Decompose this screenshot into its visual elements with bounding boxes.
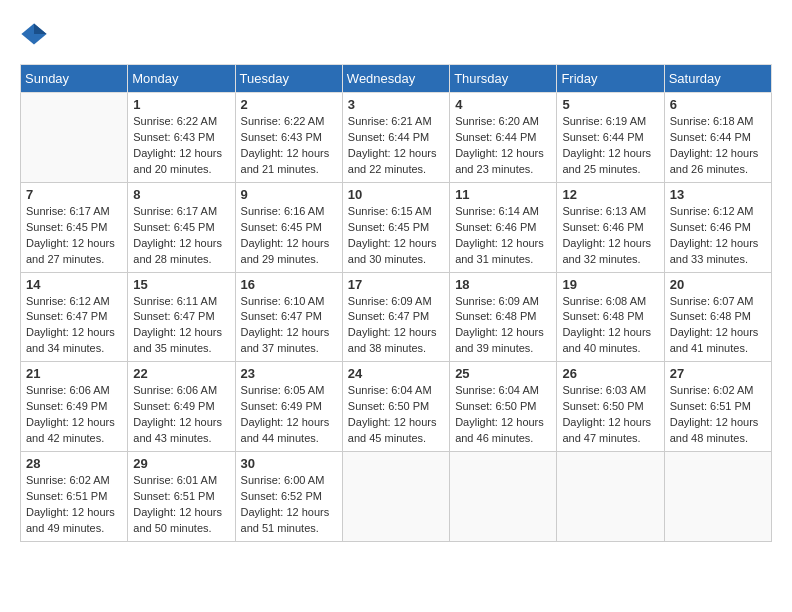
calendar-week-row: 1Sunrise: 6:22 AM Sunset: 6:43 PM Daylig… xyxy=(21,93,772,183)
calendar-cell: 10Sunrise: 6:15 AM Sunset: 6:45 PM Dayli… xyxy=(342,182,449,272)
calendar-cell: 3Sunrise: 6:21 AM Sunset: 6:44 PM Daylig… xyxy=(342,93,449,183)
day-number: 8 xyxy=(133,187,229,202)
day-info: Sunrise: 6:04 AM Sunset: 6:50 PM Dayligh… xyxy=(455,383,551,447)
day-number: 19 xyxy=(562,277,658,292)
day-number: 17 xyxy=(348,277,444,292)
day-number: 13 xyxy=(670,187,766,202)
day-number: 14 xyxy=(26,277,122,292)
day-info: Sunrise: 6:06 AM Sunset: 6:49 PM Dayligh… xyxy=(26,383,122,447)
calendar-cell: 20Sunrise: 6:07 AM Sunset: 6:48 PM Dayli… xyxy=(664,272,771,362)
day-number: 3 xyxy=(348,97,444,112)
calendar-cell: 26Sunrise: 6:03 AM Sunset: 6:50 PM Dayli… xyxy=(557,362,664,452)
day-number: 9 xyxy=(241,187,337,202)
day-info: Sunrise: 6:19 AM Sunset: 6:44 PM Dayligh… xyxy=(562,114,658,178)
day-number: 2 xyxy=(241,97,337,112)
calendar-cell: 27Sunrise: 6:02 AM Sunset: 6:51 PM Dayli… xyxy=(664,362,771,452)
day-number: 21 xyxy=(26,366,122,381)
day-number: 29 xyxy=(133,456,229,471)
day-info: Sunrise: 6:10 AM Sunset: 6:47 PM Dayligh… xyxy=(241,294,337,358)
day-number: 22 xyxy=(133,366,229,381)
calendar-cell: 2Sunrise: 6:22 AM Sunset: 6:43 PM Daylig… xyxy=(235,93,342,183)
calendar-cell: 8Sunrise: 6:17 AM Sunset: 6:45 PM Daylig… xyxy=(128,182,235,272)
day-info: Sunrise: 6:12 AM Sunset: 6:46 PM Dayligh… xyxy=(670,204,766,268)
calendar-cell xyxy=(450,452,557,542)
day-info: Sunrise: 6:01 AM Sunset: 6:51 PM Dayligh… xyxy=(133,473,229,537)
day-info: Sunrise: 6:02 AM Sunset: 6:51 PM Dayligh… xyxy=(26,473,122,537)
day-number: 12 xyxy=(562,187,658,202)
page-header xyxy=(20,20,772,48)
calendar-cell: 15Sunrise: 6:11 AM Sunset: 6:47 PM Dayli… xyxy=(128,272,235,362)
day-number: 30 xyxy=(241,456,337,471)
calendar-week-row: 14Sunrise: 6:12 AM Sunset: 6:47 PM Dayli… xyxy=(21,272,772,362)
calendar-cell: 19Sunrise: 6:08 AM Sunset: 6:48 PM Dayli… xyxy=(557,272,664,362)
day-number: 6 xyxy=(670,97,766,112)
day-info: Sunrise: 6:04 AM Sunset: 6:50 PM Dayligh… xyxy=(348,383,444,447)
calendar-cell: 28Sunrise: 6:02 AM Sunset: 6:51 PM Dayli… xyxy=(21,452,128,542)
day-number: 11 xyxy=(455,187,551,202)
day-info: Sunrise: 6:17 AM Sunset: 6:45 PM Dayligh… xyxy=(26,204,122,268)
calendar-cell: 1Sunrise: 6:22 AM Sunset: 6:43 PM Daylig… xyxy=(128,93,235,183)
calendar-cell: 23Sunrise: 6:05 AM Sunset: 6:49 PM Dayli… xyxy=(235,362,342,452)
calendar-cell: 24Sunrise: 6:04 AM Sunset: 6:50 PM Dayli… xyxy=(342,362,449,452)
day-number: 28 xyxy=(26,456,122,471)
day-number: 23 xyxy=(241,366,337,381)
day-info: Sunrise: 6:22 AM Sunset: 6:43 PM Dayligh… xyxy=(133,114,229,178)
logo-icon xyxy=(20,20,48,48)
day-number: 15 xyxy=(133,277,229,292)
day-info: Sunrise: 6:02 AM Sunset: 6:51 PM Dayligh… xyxy=(670,383,766,447)
calendar-cell xyxy=(342,452,449,542)
weekday-header-row: SundayMondayTuesdayWednesdayThursdayFrid… xyxy=(21,65,772,93)
weekday-header: Saturday xyxy=(664,65,771,93)
calendar-cell: 7Sunrise: 6:17 AM Sunset: 6:45 PM Daylig… xyxy=(21,182,128,272)
calendar-cell: 12Sunrise: 6:13 AM Sunset: 6:46 PM Dayli… xyxy=(557,182,664,272)
calendar-cell: 13Sunrise: 6:12 AM Sunset: 6:46 PM Dayli… xyxy=(664,182,771,272)
weekday-header: Wednesday xyxy=(342,65,449,93)
day-info: Sunrise: 6:09 AM Sunset: 6:48 PM Dayligh… xyxy=(455,294,551,358)
day-info: Sunrise: 6:03 AM Sunset: 6:50 PM Dayligh… xyxy=(562,383,658,447)
day-number: 1 xyxy=(133,97,229,112)
day-info: Sunrise: 6:18 AM Sunset: 6:44 PM Dayligh… xyxy=(670,114,766,178)
day-number: 16 xyxy=(241,277,337,292)
day-info: Sunrise: 6:08 AM Sunset: 6:48 PM Dayligh… xyxy=(562,294,658,358)
calendar-cell: 18Sunrise: 6:09 AM Sunset: 6:48 PM Dayli… xyxy=(450,272,557,362)
calendar-cell xyxy=(21,93,128,183)
day-number: 7 xyxy=(26,187,122,202)
day-info: Sunrise: 6:16 AM Sunset: 6:45 PM Dayligh… xyxy=(241,204,337,268)
calendar-cell xyxy=(557,452,664,542)
calendar-cell: 9Sunrise: 6:16 AM Sunset: 6:45 PM Daylig… xyxy=(235,182,342,272)
day-info: Sunrise: 6:07 AM Sunset: 6:48 PM Dayligh… xyxy=(670,294,766,358)
day-info: Sunrise: 6:21 AM Sunset: 6:44 PM Dayligh… xyxy=(348,114,444,178)
weekday-header: Sunday xyxy=(21,65,128,93)
calendar-cell: 30Sunrise: 6:00 AM Sunset: 6:52 PM Dayli… xyxy=(235,452,342,542)
calendar-cell: 11Sunrise: 6:14 AM Sunset: 6:46 PM Dayli… xyxy=(450,182,557,272)
calendar-cell: 22Sunrise: 6:06 AM Sunset: 6:49 PM Dayli… xyxy=(128,362,235,452)
day-number: 5 xyxy=(562,97,658,112)
day-number: 20 xyxy=(670,277,766,292)
weekday-header: Monday xyxy=(128,65,235,93)
day-number: 4 xyxy=(455,97,551,112)
day-number: 10 xyxy=(348,187,444,202)
day-number: 25 xyxy=(455,366,551,381)
calendar-cell: 5Sunrise: 6:19 AM Sunset: 6:44 PM Daylig… xyxy=(557,93,664,183)
calendar-week-row: 28Sunrise: 6:02 AM Sunset: 6:51 PM Dayli… xyxy=(21,452,772,542)
calendar-cell: 25Sunrise: 6:04 AM Sunset: 6:50 PM Dayli… xyxy=(450,362,557,452)
day-number: 26 xyxy=(562,366,658,381)
calendar-cell: 6Sunrise: 6:18 AM Sunset: 6:44 PM Daylig… xyxy=(664,93,771,183)
logo xyxy=(20,20,52,48)
day-number: 27 xyxy=(670,366,766,381)
calendar-cell: 14Sunrise: 6:12 AM Sunset: 6:47 PM Dayli… xyxy=(21,272,128,362)
weekday-header: Friday xyxy=(557,65,664,93)
day-info: Sunrise: 6:17 AM Sunset: 6:45 PM Dayligh… xyxy=(133,204,229,268)
day-info: Sunrise: 6:22 AM Sunset: 6:43 PM Dayligh… xyxy=(241,114,337,178)
day-info: Sunrise: 6:05 AM Sunset: 6:49 PM Dayligh… xyxy=(241,383,337,447)
day-info: Sunrise: 6:12 AM Sunset: 6:47 PM Dayligh… xyxy=(26,294,122,358)
weekday-header: Thursday xyxy=(450,65,557,93)
calendar-week-row: 7Sunrise: 6:17 AM Sunset: 6:45 PM Daylig… xyxy=(21,182,772,272)
day-info: Sunrise: 6:06 AM Sunset: 6:49 PM Dayligh… xyxy=(133,383,229,447)
calendar-cell: 4Sunrise: 6:20 AM Sunset: 6:44 PM Daylig… xyxy=(450,93,557,183)
day-info: Sunrise: 6:15 AM Sunset: 6:45 PM Dayligh… xyxy=(348,204,444,268)
calendar-cell: 29Sunrise: 6:01 AM Sunset: 6:51 PM Dayli… xyxy=(128,452,235,542)
weekday-header: Tuesday xyxy=(235,65,342,93)
day-info: Sunrise: 6:13 AM Sunset: 6:46 PM Dayligh… xyxy=(562,204,658,268)
calendar-cell xyxy=(664,452,771,542)
